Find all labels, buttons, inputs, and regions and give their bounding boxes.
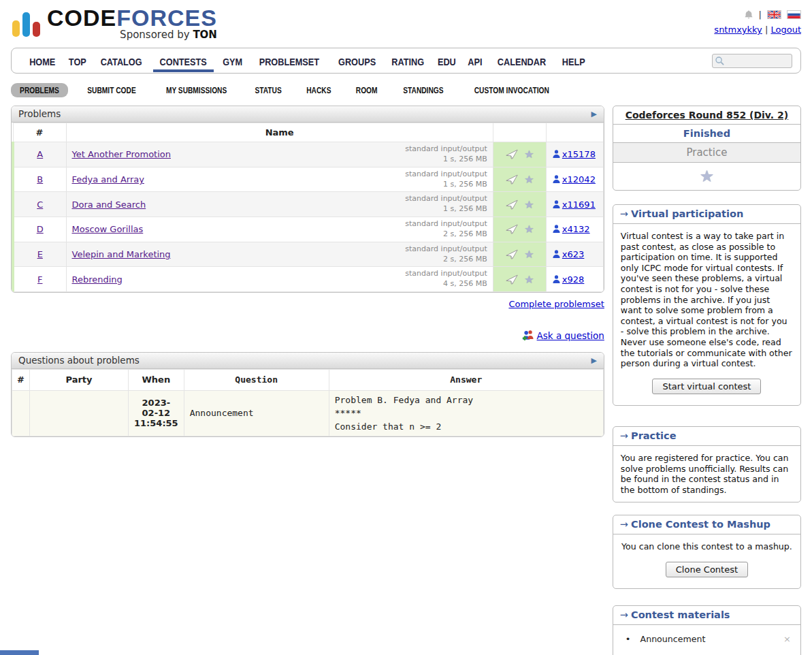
nav-item-help[interactable]: HELP	[558, 50, 589, 72]
solver-person-icon	[552, 224, 562, 234]
close-icon[interactable]: ×	[781, 634, 794, 644]
material-item: •Announcement×	[621, 629, 798, 649]
problem-index-link[interactable]: E	[37, 249, 43, 259]
subnav-item-custom-invocation[interactable]: CUSTOM INVOCATION	[462, 83, 562, 97]
favorite-star-icon[interactable]: ★	[524, 198, 534, 211]
q-col-party: Party	[30, 370, 129, 391]
q-col-answer: Answer	[329, 370, 603, 391]
problem-io-limits: standard input/output2 s, 256 MB	[405, 244, 487, 265]
problem-io-limits: standard input/output1 s, 256 MB	[405, 194, 487, 214]
question-party	[30, 390, 129, 436]
problem-name-link[interactable]: Fedya and Array	[72, 174, 144, 185]
flag-ru-icon[interactable]	[787, 10, 801, 19]
collapse-arrow-icon[interactable]: ▶	[591, 110, 596, 118]
nav-item-calendar[interactable]: CALENDAR	[491, 50, 553, 72]
nav-item-gym[interactable]: GYM	[219, 50, 246, 72]
paper-plane-icon[interactable]	[505, 148, 519, 159]
nav-item-rating[interactable]: RATING	[387, 50, 429, 72]
solved-count-link[interactable]: x12042	[562, 174, 596, 185]
favorite-star-icon[interactable]: ★	[524, 223, 534, 236]
material-item: •Tutorial×	[621, 649, 798, 655]
practice-body-text: You are registered for practice. You can…	[621, 453, 793, 495]
clone-contest-button[interactable]: Clone Contest	[666, 562, 748, 577]
username-link[interactable]: sntmxykky	[714, 25, 762, 35]
subnav-item-room[interactable]: ROOM	[348, 83, 385, 97]
contest-materials-box: →Contest materials •Announcement×•Tutori…	[613, 605, 801, 655]
paper-plane-icon[interactable]	[505, 274, 519, 284]
contest-info-box: Codeforces Round 852 (Div. 2) Finished P…	[613, 106, 801, 191]
nav-item-api[interactable]: API	[465, 50, 485, 72]
nav-item-top[interactable]: TOP	[65, 50, 90, 72]
problem-row-C: CDora and Searchstandard input/output1 s…	[13, 192, 603, 217]
col-header-actions	[493, 123, 546, 142]
problem-name-link[interactable]: Dora and Search	[72, 199, 146, 210]
contest-subnav: PROBLEMSSUBMIT CODEMY SUBMISSIONSSTATUSH…	[11, 83, 801, 97]
solver-person-icon	[552, 174, 562, 185]
logo-tagline: Sponsored by TON	[120, 29, 217, 41]
solved-count-link[interactable]: x928	[562, 274, 585, 285]
paper-plane-icon[interactable]	[505, 199, 519, 209]
collapse-arrow-icon[interactable]: ▶	[591, 356, 596, 365]
subnav-item-status[interactable]: STATUS	[247, 83, 289, 97]
problem-name-link[interactable]: Velepin and Marketing	[72, 249, 171, 259]
problem-name-link[interactable]: Moscow Gorillas	[72, 224, 144, 234]
paper-plane-icon[interactable]	[505, 249, 519, 259]
main-navigation: HOMETOPCATALOGCONTESTSGYMPROBLEMSETGROUP…	[11, 48, 801, 74]
problems-box: Problems ▶ # Name AYet Another Promotion…	[11, 106, 604, 293]
problem-index-link[interactable]: D	[37, 224, 44, 234]
practice-title: Practice	[631, 430, 677, 441]
virtual-body-text: Virtual contest is a way to take part in…	[621, 231, 793, 369]
logout-link[interactable]: Logout	[770, 25, 801, 35]
search-icon	[715, 56, 725, 66]
complete-problemset-link[interactable]: Complete problemset	[508, 299, 604, 309]
codeforces-logo[interactable]: CODEFORCES Sponsored by TON	[11, 5, 217, 41]
subnav-item-standings[interactable]: STANDINGS	[394, 83, 453, 97]
logo-bars-icon	[12, 5, 40, 41]
nav-item-problemset[interactable]: PROBLEMSET	[251, 50, 327, 72]
materials-title: Contest materials	[631, 609, 730, 620]
problem-index-link[interactable]: B	[37, 174, 43, 185]
problem-index-link[interactable]: A	[37, 149, 43, 159]
q-col-num: #	[12, 370, 30, 391]
subnav-item-my-submissions[interactable]: MY SUBMISSIONS	[155, 83, 238, 97]
ask-question-link[interactable]: Ask a question	[537, 330, 604, 341]
solved-count-link[interactable]: x15178	[562, 149, 596, 159]
contest-title-link[interactable]: Codeforces Round 852 (Div. 2)	[626, 110, 788, 121]
paper-plane-icon[interactable]	[505, 174, 519, 184]
solver-person-icon	[552, 199, 562, 210]
nav-item-catalog[interactable]: CATALOG	[95, 50, 148, 72]
subnav-item-hacks[interactable]: HACKS	[299, 83, 339, 97]
favorite-star-icon[interactable]: ★	[524, 273, 534, 286]
problem-row-A: AYet Another Promotionstandard input/out…	[13, 142, 603, 167]
questions-box: Questions about problems ▶ # Party When …	[11, 352, 604, 437]
problem-index-link[interactable]: F	[37, 274, 42, 285]
virtual-participation-box: →Virtual participation Virtual contest i…	[613, 204, 801, 406]
favorite-star-icon[interactable]: ★	[524, 173, 534, 186]
nav-item-home[interactable]: HOME	[25, 50, 60, 72]
problem-index-link[interactable]: C	[37, 199, 43, 210]
material-link[interactable]: Announcement	[640, 634, 781, 644]
flag-en-icon[interactable]	[767, 10, 781, 19]
favorite-star-icon[interactable]: ★	[524, 148, 534, 161]
problem-name-link[interactable]: Yet Another Promotion	[72, 149, 171, 159]
problems-table: # Name AYet Another Promotionstandard in…	[12, 123, 604, 292]
solved-count-link[interactable]: x623	[562, 249, 585, 259]
virtual-title: Virtual participation	[631, 208, 743, 219]
notification-bell-icon[interactable]	[744, 10, 753, 20]
logo-wordmark: CODEFORCES	[47, 6, 217, 29]
subnav-item-problems[interactable]: PROBLEMS	[11, 83, 68, 97]
nav-item-groups[interactable]: GROUPS	[333, 50, 381, 72]
problem-name-link[interactable]: Rebrending	[72, 274, 123, 285]
favorite-star-icon[interactable]: ★	[524, 248, 534, 261]
ask-question-icon	[521, 330, 534, 341]
clone-mashup-box: →Clone Contest to Mashup You can clone t…	[613, 515, 801, 589]
nav-item-edu[interactable]: EDU	[434, 50, 459, 72]
solver-person-icon	[552, 274, 562, 285]
favorite-star-icon[interactable]: ★	[700, 167, 715, 186]
nav-item-contests[interactable]: CONTESTS	[153, 50, 213, 72]
solved-count-link[interactable]: x11691	[562, 199, 596, 210]
start-virtual-contest-button[interactable]: Start virtual contest	[652, 379, 761, 394]
solved-count-link[interactable]: x4132	[562, 224, 590, 234]
paper-plane-icon[interactable]	[505, 223, 519, 234]
subnav-item-submit-code[interactable]: SUBMIT CODE	[78, 83, 146, 97]
